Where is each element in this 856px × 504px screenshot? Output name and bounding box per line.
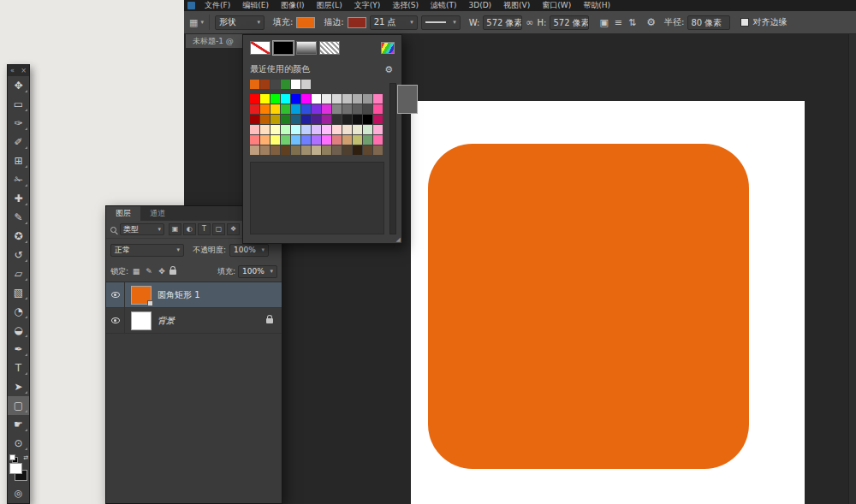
color-swatch[interactable] bbox=[342, 115, 352, 124]
path-alignment-icon[interactable]: ≡ bbox=[615, 17, 622, 28]
visibility-toggle[interactable] bbox=[106, 282, 125, 307]
pattern-fill-button[interactable] bbox=[319, 41, 340, 55]
color-swatch[interactable] bbox=[353, 104, 362, 114]
link-dimensions-icon[interactable]: ∞ bbox=[526, 17, 533, 28]
color-swatch[interactable] bbox=[342, 94, 352, 104]
color-swatch[interactable] bbox=[291, 145, 300, 155]
color-swatch[interactable] bbox=[312, 94, 321, 104]
tool-preset-icon[interactable]: ▦▾ bbox=[189, 17, 204, 28]
color-swatch[interactable] bbox=[250, 104, 259, 114]
color-swatch[interactable] bbox=[332, 104, 342, 114]
color-swatch[interactable] bbox=[353, 125, 362, 134]
rectangle-tool-icon[interactable]: ▢ bbox=[8, 396, 29, 415]
recent-color-swatch[interactable] bbox=[281, 80, 290, 89]
stroke-style-select[interactable]: ▾ bbox=[421, 15, 461, 30]
color-swatch[interactable] bbox=[260, 104, 270, 114]
color-swatch[interactable] bbox=[363, 104, 372, 114]
color-swatch[interactable] bbox=[373, 115, 383, 124]
color-swatch[interactable] bbox=[270, 135, 280, 145]
color-swatch[interactable] bbox=[281, 94, 290, 104]
color-swatch[interactable] bbox=[260, 135, 270, 145]
color-swatch[interactable] bbox=[270, 115, 280, 124]
color-swatch[interactable] bbox=[301, 135, 311, 145]
color-swatch[interactable] bbox=[301, 94, 311, 104]
color-swatch[interactable] bbox=[250, 125, 259, 134]
filter-shape-layers-icon[interactable]: ▢ bbox=[212, 223, 225, 235]
color-swatch[interactable] bbox=[373, 125, 383, 134]
clone-stamp-tool-icon[interactable]: ✪ bbox=[8, 227, 29, 246]
radius-input[interactable]: 80 像素 bbox=[687, 15, 730, 30]
picker-gear-icon[interactable]: ⚙ bbox=[384, 64, 393, 75]
fill-opacity-select[interactable]: 100%▾ bbox=[238, 265, 277, 278]
gradient-tool-icon[interactable]: ▧ bbox=[8, 283, 29, 302]
stroke-width-select[interactable]: 21 点▾ bbox=[370, 15, 418, 30]
color-swatch[interactable] bbox=[301, 115, 311, 124]
tools-panel-header[interactable]: « × bbox=[8, 65, 29, 76]
color-swatch[interactable] bbox=[363, 94, 372, 104]
color-swatch[interactable] bbox=[301, 125, 311, 134]
color-swatch[interactable] bbox=[322, 104, 331, 114]
layer-row[interactable]: 背景 bbox=[106, 308, 282, 334]
color-swatch[interactable] bbox=[260, 145, 270, 155]
default-colors-icon[interactable] bbox=[9, 454, 18, 463]
align-edges-checkbox[interactable] bbox=[740, 18, 749, 27]
color-swatch[interactable] bbox=[260, 115, 270, 124]
color-swatch[interactable] bbox=[281, 115, 290, 124]
solid-color-button[interactable] bbox=[273, 41, 294, 55]
color-swatch[interactable] bbox=[363, 115, 372, 124]
color-swatch[interactable] bbox=[281, 135, 290, 145]
width-input[interactable]: 572 像素 bbox=[483, 15, 522, 30]
recent-color-swatch[interactable] bbox=[250, 80, 259, 89]
path-selection-tool-icon[interactable]: ➤ bbox=[8, 377, 29, 396]
rectangular-marquee-tool-icon[interactable]: ▭ bbox=[8, 95, 29, 114]
eraser-tool-icon[interactable]: ▱ bbox=[8, 264, 29, 283]
panel-tab[interactable]: 通道 bbox=[140, 206, 175, 221]
menu-item[interactable]: 编辑(E) bbox=[236, 0, 275, 11]
eyedropper-tool-icon[interactable]: ✁ bbox=[8, 170, 29, 189]
menu-item[interactable]: 3D(D) bbox=[462, 0, 497, 11]
color-swatch[interactable] bbox=[342, 104, 352, 114]
color-swatch[interactable] bbox=[332, 115, 342, 124]
recent-color-swatch[interactable] bbox=[301, 80, 311, 89]
lock-image-pixels-icon[interactable]: ✎ bbox=[144, 267, 154, 276]
quick-selection-tool-icon[interactable]: ✐ bbox=[8, 133, 29, 151]
color-swatch[interactable] bbox=[281, 145, 290, 155]
color-swatch[interactable] bbox=[291, 94, 300, 104]
color-swatch[interactable] bbox=[322, 135, 331, 145]
filter-smart-objects-icon[interactable]: ❖ bbox=[227, 223, 240, 235]
hand-tool-icon[interactable]: ☛ bbox=[8, 415, 29, 434]
move-tool-icon[interactable]: ✥ bbox=[8, 76, 29, 95]
menu-item[interactable]: 窗口(W) bbox=[536, 0, 577, 11]
menu-item[interactable]: 滤镜(T) bbox=[425, 0, 463, 11]
document-tab[interactable]: 未标题-1 @ bbox=[186, 34, 242, 48]
visibility-toggle[interactable] bbox=[106, 308, 125, 333]
menu-item[interactable]: 选择(S) bbox=[386, 0, 425, 11]
opacity-select[interactable]: 100%▾ bbox=[229, 244, 269, 257]
color-swatch[interactable] bbox=[322, 94, 331, 104]
menu-item[interactable]: 图像(I) bbox=[275, 0, 311, 11]
color-swatch[interactable] bbox=[270, 104, 280, 114]
color-swatch[interactable] bbox=[312, 135, 321, 145]
recent-color-swatch[interactable] bbox=[270, 80, 280, 89]
swap-colors-icon[interactable]: ⇄ bbox=[23, 454, 28, 461]
crop-tool-icon[interactable]: ⊞ bbox=[8, 151, 29, 170]
color-swatch[interactable] bbox=[312, 104, 321, 114]
filter-type-select[interactable]: 类型▾ bbox=[120, 223, 164, 235]
zoom-tool-icon[interactable]: ⊙ bbox=[8, 434, 29, 453]
document-canvas[interactable] bbox=[411, 101, 805, 504]
color-swatch[interactable] bbox=[373, 135, 383, 145]
color-swatch[interactable] bbox=[342, 125, 352, 134]
lasso-tool-icon[interactable]: ✑ bbox=[8, 114, 29, 133]
close-icon[interactable]: × bbox=[21, 67, 27, 74]
color-swatch[interactable] bbox=[373, 145, 383, 155]
lock-position-icon[interactable]: ✥ bbox=[157, 267, 167, 276]
color-swatch[interactable] bbox=[270, 94, 280, 104]
height-input[interactable]: 572 像素 bbox=[550, 15, 589, 30]
color-swatch[interactable] bbox=[281, 104, 290, 114]
color-swatch[interactable] bbox=[332, 94, 342, 104]
vertical-scrollbar[interactable] bbox=[848, 34, 856, 504]
color-swatch[interactable] bbox=[301, 145, 311, 155]
blend-mode-select[interactable]: 正常▾ bbox=[110, 244, 184, 257]
color-swatch[interactable] bbox=[353, 115, 362, 124]
filter-adjustment-layers-icon[interactable]: ◐ bbox=[183, 223, 196, 235]
